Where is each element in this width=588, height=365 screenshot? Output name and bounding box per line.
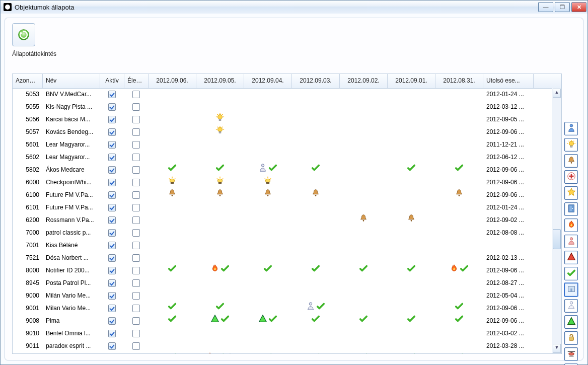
- cell-armed[interactable]: [124, 340, 149, 352]
- cell-armed[interactable]: [124, 88, 149, 100]
- filter-lock-open-button[interactable]: [564, 331, 578, 345]
- cell-armed[interactable]: [124, 315, 149, 327]
- armed-checkbox[interactable]: [132, 191, 140, 199]
- active-checkbox[interactable]: [108, 141, 116, 149]
- active-checkbox[interactable]: [108, 242, 116, 249]
- cell-active[interactable]: [100, 352, 124, 353]
- table-row[interactable]: 6101Future FM V.Pa...2012-01-24 ...: [13, 201, 552, 214]
- cell-armed[interactable]: [124, 264, 149, 276]
- filter-service-button[interactable]: [564, 235, 578, 248]
- active-checkbox[interactable]: [108, 91, 116, 98]
- cell-active[interactable]: [100, 101, 124, 113]
- cell-active[interactable]: [100, 340, 124, 352]
- col-date-5[interactable]: 2012.09.01.: [388, 74, 435, 88]
- refresh-button[interactable]: [12, 23, 35, 46]
- table-row[interactable]: 5602Lear Magyaror...2012-06-12 ...: [13, 151, 552, 164]
- close-button[interactable]: ✕: [571, 2, 586, 12]
- armed-checkbox[interactable]: [132, 267, 140, 274]
- cell-armed[interactable]: [124, 352, 149, 353]
- vertical-scrollbar[interactable]: ▲ ▼: [552, 88, 561, 353]
- scroll-up-button[interactable]: ▲: [553, 89, 561, 98]
- armed-checkbox[interactable]: [132, 242, 140, 249]
- active-checkbox[interactable]: [108, 179, 116, 186]
- armed-checkbox[interactable]: [132, 103, 140, 111]
- col-date-4[interactable]: 2012.09.02.: [340, 74, 388, 88]
- armed-checkbox[interactable]: [132, 154, 140, 161]
- col-name[interactable]: Név: [43, 74, 100, 88]
- scroll-thumb[interactable]: [553, 229, 561, 249]
- cell-armed[interactable]: [124, 151, 149, 163]
- armed-checkbox[interactable]: [132, 330, 140, 337]
- col-date-1[interactable]: 2012.09.05.: [196, 74, 244, 88]
- cell-armed[interactable]: [124, 164, 149, 176]
- table-row[interactable]: 9012ge caddix pan...2012-09-06 ...: [13, 352, 552, 353]
- active-checkbox[interactable]: [108, 317, 116, 325]
- active-checkbox[interactable]: [108, 254, 116, 262]
- filter-person-white-button[interactable]: [564, 299, 578, 313]
- active-checkbox[interactable]: [108, 216, 116, 224]
- active-checkbox[interactable]: [108, 154, 116, 161]
- armed-checkbox[interactable]: [132, 342, 140, 350]
- cell-active[interactable]: [100, 126, 124, 138]
- armed-checkbox[interactable]: [132, 91, 140, 98]
- armed-checkbox[interactable]: [132, 204, 140, 211]
- titlebar[interactable]: Objektumok állapota — ❐ ✕: [1, 1, 587, 14]
- table-row[interactable]: 9010Bentel Omnia l...2012-03-02 ...: [13, 327, 552, 340]
- active-checkbox[interactable]: [108, 191, 116, 199]
- filter-bell-button[interactable]: [564, 154, 578, 168]
- armed-checkbox[interactable]: [132, 229, 140, 237]
- cell-active[interactable]: [100, 214, 124, 226]
- cell-active[interactable]: [100, 327, 124, 339]
- filter-medical-button[interactable]: [564, 170, 578, 184]
- active-checkbox[interactable]: [108, 103, 116, 111]
- col-armed[interactable]: Élesí...: [124, 74, 149, 88]
- cell-active[interactable]: [100, 164, 124, 176]
- table-row[interactable]: 8945Posta Patrol Pl...2012-08-27 ...: [13, 277, 552, 289]
- armed-checkbox[interactable]: [132, 279, 140, 287]
- cell-active[interactable]: [100, 277, 124, 289]
- table-row[interactable]: 9011paradox esprit ...2012-03-28 ...: [13, 340, 552, 352]
- active-checkbox[interactable]: [108, 128, 116, 136]
- scroll-track[interactable]: [553, 97, 561, 344]
- filter-warn-green-button[interactable]: [564, 315, 578, 329]
- cell-armed[interactable]: [124, 126, 149, 138]
- table-row[interactable]: 6200Rossmann V.Pa...2012-09-02 ...: [13, 214, 552, 227]
- cell-active[interactable]: [100, 88, 124, 100]
- filter-bulb-button[interactable]: [564, 138, 578, 152]
- armed-checkbox[interactable]: [132, 128, 140, 136]
- col-date-2[interactable]: 2012.09.04.: [244, 74, 292, 88]
- cell-active[interactable]: [100, 176, 124, 188]
- cell-armed[interactable]: [124, 214, 149, 226]
- active-checkbox[interactable]: [108, 229, 116, 237]
- active-checkbox[interactable]: [108, 305, 116, 312]
- table-row[interactable]: 6000CheckpointWhi...2012-09-06 ...: [13, 176, 552, 189]
- cell-armed[interactable]: [124, 138, 149, 151]
- col-date-6[interactable]: 2012.08.31.: [435, 74, 483, 88]
- active-checkbox[interactable]: [108, 166, 116, 174]
- armed-checkbox[interactable]: [132, 216, 140, 224]
- cell-active[interactable]: [100, 264, 124, 276]
- cell-active[interactable]: [100, 201, 124, 213]
- col-id[interactable]: Azonos...: [13, 74, 43, 88]
- minimize-button[interactable]: —: [538, 2, 553, 12]
- table-row[interactable]: 9008Pima2012-09-06 ...: [13, 315, 552, 327]
- active-checkbox[interactable]: [108, 279, 116, 287]
- armed-checkbox[interactable]: [132, 305, 140, 312]
- armed-checkbox[interactable]: [132, 116, 140, 123]
- table-row[interactable]: 7000patrol classic p...2012-08-08 ...: [13, 227, 552, 239]
- cell-armed[interactable]: [124, 277, 149, 289]
- cell-armed[interactable]: [124, 302, 149, 314]
- cell-active[interactable]: [100, 151, 124, 163]
- table-row[interactable]: 5055Kis-Nagy Pista ...2012-03-12 ...: [13, 101, 552, 113]
- grid-body[interactable]: 5053BNV V.MedCar...2012-01-24 ...5055Kis…: [13, 88, 552, 353]
- cell-armed[interactable]: [124, 239, 149, 251]
- col-date-0[interactable]: 2012.09.06.: [149, 74, 196, 88]
- table-row[interactable]: 5053BNV V.MedCar...2012-01-24 ...: [13, 88, 552, 101]
- armed-checkbox[interactable]: [132, 254, 140, 262]
- filter-door-button[interactable]: [564, 202, 578, 216]
- filter-heli-button[interactable]: [564, 347, 578, 361]
- cell-active[interactable]: [100, 138, 124, 151]
- cell-active[interactable]: [100, 289, 124, 302]
- col-active[interactable]: Aktív: [100, 74, 124, 88]
- cell-armed[interactable]: [124, 113, 149, 125]
